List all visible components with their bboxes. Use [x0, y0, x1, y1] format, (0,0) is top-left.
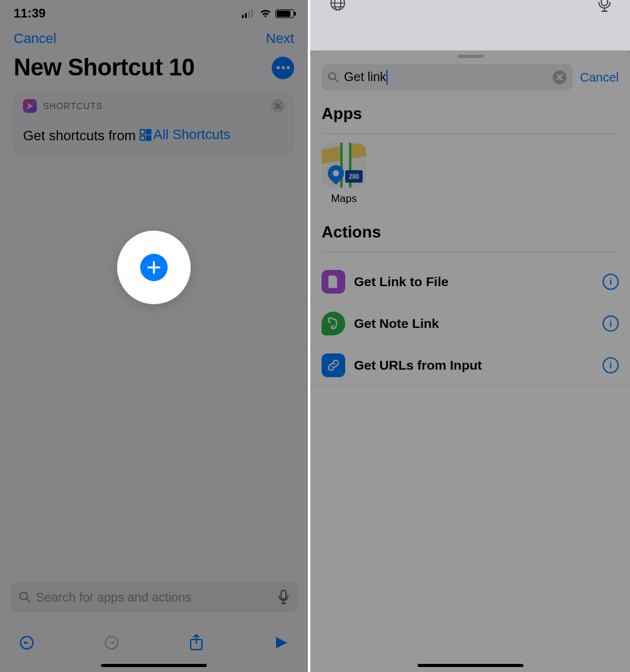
maps-app-icon: 280 — [322, 143, 366, 188]
cancel-button[interactable]: Cancel — [14, 31, 56, 47]
action-list: Get Link to File i Get Note Link i Get U… — [310, 261, 630, 386]
info-icon[interactable]: i — [603, 315, 619, 332]
action-app-label: SHORTCUTS — [43, 101, 103, 111]
dictate-icon[interactable] — [278, 590, 289, 605]
action-card[interactable]: SHORTCUTS Get shortcuts from All Shortcu… — [14, 92, 294, 155]
action-row-label: Get Link to File — [354, 274, 594, 289]
link-icon — [322, 353, 345, 377]
wifi-icon — [259, 9, 272, 19]
section-actions-title: Actions — [310, 216, 630, 248]
svg-point-0 — [20, 592, 27, 600]
action-row-label: Get Note Link — [354, 316, 594, 331]
action-row-get-link-to-file[interactable]: Get Link to File i — [310, 261, 630, 303]
documents-icon — [322, 270, 345, 294]
search-icon — [19, 591, 31, 603]
add-action-callout — [117, 231, 191, 304]
search-input-value: Get link — [344, 70, 548, 85]
signal-icon — [242, 9, 255, 18]
info-icon[interactable]: i — [603, 357, 619, 373]
right-screenshot: 11:34 Cancel Next Get link Can — [310, 0, 630, 672]
home-indicator — [418, 664, 523, 667]
add-action-button[interactable] — [140, 254, 168, 281]
folder-token-label: All Shortcuts — [153, 124, 231, 145]
action-search-sheet: Get link Cancel Apps 280 Maps — [310, 50, 630, 672]
nav-bar: Cancel Next — [0, 24, 308, 50]
svg-rect-1 — [281, 590, 286, 599]
undo-button[interactable] — [17, 633, 36, 652]
action-body: Get shortcuts from All Shortcuts — [14, 119, 294, 155]
evernote-icon — [322, 312, 345, 335]
action-row-get-note-link[interactable]: Get Note Link i — [310, 303, 630, 345]
svg-point-5 — [329, 73, 336, 80]
page-title: New Shortcut 10 — [14, 54, 194, 81]
left-screenshot: 11:39 Cancel Next New Shortcut 10 SHORTC… — [0, 0, 310, 672]
search-cancel-button[interactable]: Cancel — [580, 70, 619, 85]
search-bar[interactable]: Search for apps and actions — [10, 582, 298, 612]
dictate-icon[interactable] — [598, 0, 611, 13]
keyboard[interactable]: QWERTYUIOP ASDFGHJKL ZXCVBNM 123 — [310, 0, 630, 50]
action-text-prefix: Get shortcuts from — [23, 128, 136, 143]
section-apps-title: Apps — [310, 98, 630, 130]
battery-icon — [275, 9, 294, 18]
folder-grid-icon — [140, 129, 151, 140]
folder-token[interactable]: All Shortcuts — [140, 124, 231, 145]
app-tile-label: Maps — [331, 193, 357, 205]
status-indicators — [242, 9, 294, 19]
shortcuts-app-icon — [23, 99, 37, 113]
status-time: 11:39 — [14, 6, 45, 21]
svg-point-9 — [331, 0, 345, 10]
redo-button — [102, 633, 121, 652]
svg-point-10 — [335, 0, 341, 10]
search-field[interactable]: Get link — [322, 64, 573, 90]
next-button[interactable]: Next — [266, 31, 294, 47]
sheet-grabber[interactable] — [457, 55, 484, 58]
status-bar: 11:39 — [0, 0, 308, 24]
app-tile-maps[interactable]: 280 Maps — [322, 143, 366, 205]
action-row-label: Get URLs from Input — [354, 358, 594, 373]
play-button[interactable] — [272, 633, 290, 652]
more-button[interactable] — [272, 57, 294, 79]
clear-search-button[interactable] — [553, 70, 566, 84]
svg-rect-11 — [601, 0, 608, 6]
share-button[interactable] — [187, 633, 206, 652]
bottom-toolbar — [0, 626, 308, 660]
action-row-get-urls[interactable]: Get URLs from Input i — [310, 345, 630, 386]
home-indicator — [101, 664, 207, 667]
globe-icon[interactable] — [329, 0, 346, 13]
remove-action-button[interactable] — [271, 99, 285, 113]
search-placeholder: Search for apps and actions — [36, 590, 273, 605]
info-icon[interactable]: i — [603, 274, 619, 290]
